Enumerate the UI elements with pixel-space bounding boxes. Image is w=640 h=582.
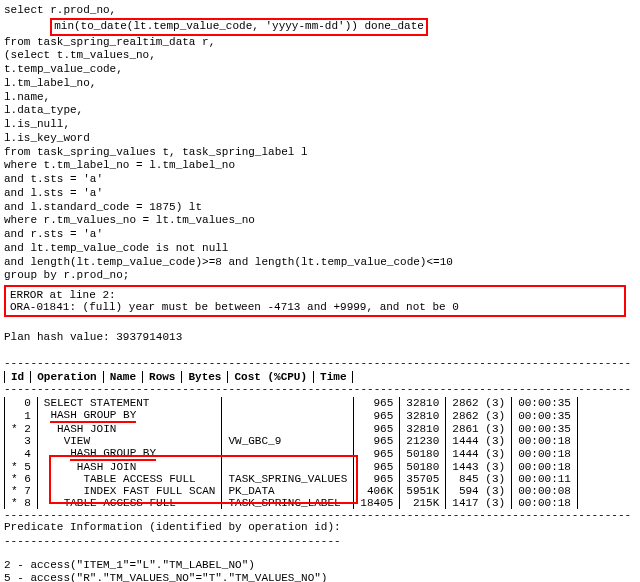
plan-cell: 0 [5,397,38,409]
plan-cell: TASK_SPRING_VALUES [222,473,354,485]
plan-cell: 965 [354,435,400,447]
predicate-divider: ----------------------------------------… [4,535,636,547]
plan-cell: 18405 [354,497,400,509]
col-bytes: Bytes [182,371,228,383]
sql-line: and length(lt.temp_value_code)>=8 and le… [4,256,636,270]
col-cost: Cost (%CPU) [228,371,314,383]
plan-cell: * 7 [5,485,38,497]
highlight-box: min(to_date(lt.temp_value_code, 'yyyy-mm… [50,18,428,36]
plan-cell: 2861 (3) [446,423,512,435]
sql-line: from task_spring_values t, task_spring_l… [4,146,636,160]
plan-cell: * 6 [5,473,38,485]
plan-cell: VIEW [37,435,222,447]
plan-cell: HASH JOIN [37,461,222,473]
predicate-line: 5 - access("R"."TM_VALUES_NO"="T"."TM_VA… [4,572,636,582]
plan-cell [222,461,354,473]
plan-cell: 00:00:35 [512,397,578,409]
plan-cell: HASH JOIN [37,423,222,435]
sql-line: l.data_type, [4,104,636,118]
plan-header-row: Id Operation Name Rows Bytes Cost (%CPU)… [5,371,353,383]
plan-cell: * 5 [5,461,38,473]
plan-cell: 32810 [400,397,446,409]
sql-line: group by r.prod_no; [4,269,636,283]
execution-plan-table: Id Operation Name Rows Bytes Cost (%CPU)… [4,371,353,383]
sql-line: l.is_null, [4,118,636,132]
plan-cell [222,447,354,461]
plan-row: 3 VIEWVW_GBC_9965212301444 (3)00:00:18 [5,435,578,447]
plan-cell: 00:00:08 [512,485,578,497]
predicate-line: 2 - access("ITEM_1"="L"."TM_LABEL_NO") [4,559,636,573]
plan-cell: 965 [354,447,400,461]
plan-cell [222,423,354,435]
plan-cell: 00:00:18 [512,461,578,473]
plan-border: ----------------------------------------… [4,383,634,395]
sql-line: select r.prod_no, [4,4,636,18]
plan-cell: 50180 [400,461,446,473]
plan-cell: 2862 (3) [446,409,512,423]
sql-line: (select t.tm_values_no, [4,49,636,63]
plan-cell: 1444 (3) [446,435,512,447]
plan-cell: 00:00:35 [512,409,578,423]
sql-line: t.temp_value_code, [4,63,636,77]
plan-cell: 00:00:18 [512,447,578,461]
plan-cell: 2862 (3) [446,397,512,409]
plan-cell: TABLE ACCESS FULL [37,497,222,509]
plan-cell: 00:00:18 [512,435,578,447]
plan-row: 4 HASH GROUP BY965501801444 (3)00:00:18 [5,447,578,461]
sql-line: and t.sts = 'a' [4,173,636,187]
plan-cell: 215K [400,497,446,509]
plan-row: 1 HASH GROUP BY965328102862 (3)00:00:35 [5,409,578,423]
plan-cell: 965 [354,473,400,485]
sql-line: where r.tm_values_no = lt.tm_values_no [4,214,636,228]
plan-cell: 1443 (3) [446,461,512,473]
plan-cell: 965 [354,397,400,409]
plan-cell: 3 [5,435,38,447]
plan-row: * 8 TABLE ACCESS FULLTASK_SPRING_LABEL18… [5,497,578,509]
error-line: ORA-01841: (full) year must be between -… [10,301,620,313]
sql-line: l.is_key_word [4,132,636,146]
plan-cell: 32810 [400,423,446,435]
plan-cell: 35705 [400,473,446,485]
error-line: ERROR at line 2: [10,289,620,301]
plan-cell: 50180 [400,447,446,461]
plan-cell: 1417 (3) [446,497,512,509]
plan-cell: 965 [354,423,400,435]
plan-cell: SELECT STATEMENT [37,397,222,409]
plan-cell: * 2 [5,423,38,435]
plan-cell: 32810 [400,409,446,423]
col-rows: Rows [143,371,182,383]
sql-line: l.name, [4,91,636,105]
plan-cell [222,409,354,423]
plan-cell: TABLE ACCESS FULL [37,473,222,485]
sql-line: and l.standard_code = 1875) lt [4,201,636,215]
plan-cell: 845 (3) [446,473,512,485]
plan-row: * 7 INDEX FAST FULL SCANPK_DATA406K5951K… [5,485,578,497]
plan-row: 0SELECT STATEMENT965328102862 (3)00:00:3… [5,397,578,409]
sql-line: and lt.temp_value_code is not null [4,242,636,256]
col-time: Time [314,371,353,383]
col-op: Operation [31,371,103,383]
plan-cell: 965 [354,409,400,423]
plan-border: ----------------------------------------… [4,509,634,521]
plan-cell: VW_GBC_9 [222,435,354,447]
plan-cell [222,397,354,409]
plan-hash: Plan hash value: 3937914013 [4,331,636,345]
plan-cell: HASH GROUP BY [37,447,222,461]
plan-cell: 00:00:11 [512,473,578,485]
col-name: Name [103,371,142,383]
plan-cell: * 8 [5,497,38,509]
plan-cell: 406K [354,485,400,497]
plan-cell: 21230 [400,435,446,447]
plan-row: * 6 TABLE ACCESS FULLTASK_SPRING_VALUES9… [5,473,578,485]
col-id: Id [5,371,31,383]
plan-cell: 1444 (3) [446,447,512,461]
plan-cell: 1 [5,409,38,423]
plan-cell: 4 [5,447,38,461]
sql-line: l.tm_label_no, [4,77,636,91]
plan-cell: 5951K [400,485,446,497]
sql-line: from task_spring_realtim_data r, [4,36,636,50]
predicate-title: Predicate Information (identified by ope… [4,521,636,535]
plan-row: * 5 HASH JOIN965501801443 (3)00:00:18 [5,461,578,473]
plan-cell: 965 [354,461,400,473]
sql-line: and r.sts = 'a' [4,228,636,242]
